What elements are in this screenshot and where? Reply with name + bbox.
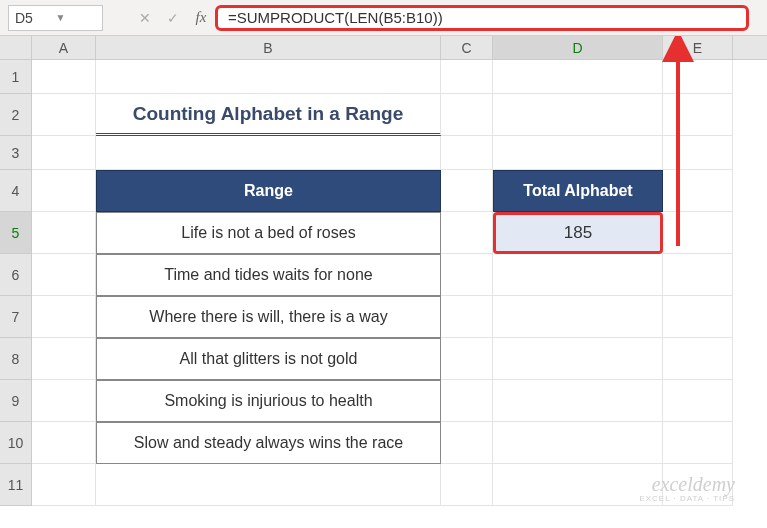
cell[interactable] — [663, 338, 733, 380]
cell[interactable] — [32, 338, 96, 380]
column-headers: A B C D E — [0, 36, 767, 60]
cell[interactable] — [32, 136, 96, 170]
row-header[interactable]: 1 — [0, 60, 32, 94]
cell[interactable] — [441, 254, 493, 296]
table-row[interactable]: Where there is will, there is a way — [96, 296, 441, 338]
cell[interactable] — [32, 380, 96, 422]
cell[interactable] — [441, 380, 493, 422]
cell[interactable] — [493, 254, 663, 296]
cell[interactable] — [663, 254, 733, 296]
row-header[interactable]: 4 — [0, 170, 32, 212]
cell[interactable] — [441, 296, 493, 338]
watermark-name: exceldemy — [639, 473, 735, 495]
cell[interactable] — [493, 60, 663, 94]
cell[interactable] — [663, 380, 733, 422]
row-header[interactable]: 3 — [0, 136, 32, 170]
cell[interactable] — [32, 296, 96, 338]
formula-bar: D5 ▼ ✕ ✓ fx =SUMPRODUCT(LEN(B5:B10)) — [0, 0, 767, 36]
cell[interactable] — [96, 136, 441, 170]
chevron-down-icon[interactable]: ▼ — [56, 12, 97, 23]
cell[interactable] — [441, 170, 493, 212]
row-header[interactable]: 6 — [0, 254, 32, 296]
row-header[interactable]: 5 — [0, 212, 32, 254]
cell[interactable] — [663, 170, 733, 212]
table-row[interactable]: Smoking is injurious to health — [96, 380, 441, 422]
cell[interactable] — [96, 464, 441, 506]
cell[interactable] — [663, 212, 733, 254]
cell[interactable] — [441, 136, 493, 170]
cell[interactable] — [441, 338, 493, 380]
cell[interactable] — [493, 338, 663, 380]
row-header[interactable]: 10 — [0, 422, 32, 464]
cell[interactable] — [493, 464, 663, 506]
table-row[interactable]: Life is not a bed of roses — [96, 212, 441, 254]
cell[interactable] — [441, 60, 493, 94]
table-row[interactable]: All that glitters is not gold — [96, 338, 441, 380]
row-header[interactable]: 7 — [0, 296, 32, 338]
row-header[interactable]: 2 — [0, 94, 32, 136]
cell[interactable] — [441, 212, 493, 254]
cell[interactable] — [493, 422, 663, 464]
col-header-b[interactable]: B — [96, 36, 441, 59]
title-cell[interactable]: Counting Alphabet in a Range — [96, 94, 441, 136]
cell[interactable] — [32, 170, 96, 212]
cell[interactable] — [32, 212, 96, 254]
select-all-corner[interactable] — [0, 36, 32, 59]
enter-icon[interactable]: ✓ — [159, 4, 187, 32]
grid-rows: 1 2 Counting Alphabet in a Range 3 — [0, 60, 767, 506]
header-range[interactable]: Range — [96, 170, 441, 212]
cell[interactable] — [32, 254, 96, 296]
watermark-tagline: EXCEL · DATA · TIPS — [639, 495, 735, 504]
cell[interactable] — [663, 422, 733, 464]
col-header-c[interactable]: C — [441, 36, 493, 59]
cell[interactable] — [663, 60, 733, 94]
name-box[interactable]: D5 ▼ — [8, 5, 103, 31]
cell[interactable] — [441, 94, 493, 136]
formula-input[interactable]: =SUMPRODUCT(LEN(B5:B10)) — [215, 5, 749, 31]
cell[interactable] — [493, 380, 663, 422]
cell[interactable] — [32, 464, 96, 506]
cell[interactable] — [493, 94, 663, 136]
cell[interactable] — [441, 422, 493, 464]
fx-icon[interactable]: fx — [187, 4, 215, 32]
cell[interactable] — [32, 60, 96, 94]
cancel-icon[interactable]: ✕ — [131, 4, 159, 32]
header-total[interactable]: Total Alphabet — [493, 170, 663, 212]
cell[interactable] — [493, 296, 663, 338]
formula-text: =SUMPRODUCT(LEN(B5:B10)) — [228, 9, 443, 26]
row-header[interactable]: 8 — [0, 338, 32, 380]
cell[interactable] — [441, 464, 493, 506]
table-row[interactable]: Time and tides waits for none — [96, 254, 441, 296]
cell[interactable] — [663, 136, 733, 170]
table-row[interactable]: Slow and steady always wins the race — [96, 422, 441, 464]
row-header[interactable]: 11 — [0, 464, 32, 506]
result-cell[interactable]: 185 — [493, 212, 663, 254]
cell[interactable] — [32, 422, 96, 464]
col-header-e[interactable]: E — [663, 36, 733, 59]
cell[interactable] — [96, 60, 441, 94]
cell[interactable] — [663, 94, 733, 136]
col-header-a[interactable]: A — [32, 36, 96, 59]
cell[interactable] — [32, 94, 96, 136]
cell-reference: D5 — [15, 10, 56, 26]
cell[interactable] — [663, 296, 733, 338]
cell[interactable] — [493, 136, 663, 170]
row-header[interactable]: 9 — [0, 380, 32, 422]
watermark: exceldemy EXCEL · DATA · TIPS — [639, 473, 735, 504]
col-header-d[interactable]: D — [493, 36, 663, 59]
